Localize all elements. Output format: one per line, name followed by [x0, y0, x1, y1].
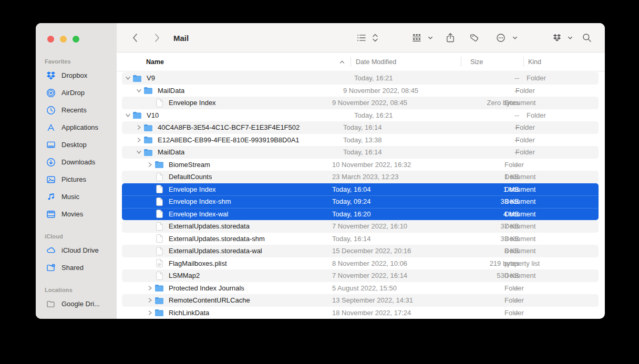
file-row[interactable]: Envelope Index-shmToday, 09:2433 KBDocum…	[122, 195, 599, 208]
disclosure-closed-icon[interactable]	[146, 285, 154, 291]
file-row[interactable]: Envelope Index9 November 2022, 08:45Zero…	[122, 97, 599, 109]
dropbox-icon	[553, 34, 561, 41]
sidebar-item-applications[interactable]: Applications	[36, 119, 117, 136]
sidebar-item-airdrop[interactable]: AirDrop	[36, 84, 117, 101]
file-row[interactable]: BiomeStream10 November 2022, 16:32--Fold…	[122, 159, 599, 171]
share-button[interactable]	[446, 33, 455, 43]
disclosure-open-icon[interactable]	[123, 76, 132, 80]
column-header-kind[interactable]: Kind	[528, 58, 541, 66]
file-date-modified: 5 August 2022, 15:50	[332, 284, 397, 292]
more-options-chevron[interactable]	[512, 35, 518, 40]
file-kind: Folder	[504, 296, 524, 304]
sidebar-item-shared[interactable]: Shared	[36, 259, 117, 276]
file-row[interactable]: MailDataToday, 16:14--Folder	[122, 146, 599, 159]
file-row[interactable]: MailData9 November 2022, 08:45--Folder	[122, 85, 599, 97]
file-size: --	[514, 111, 519, 119]
dropbox-toolbar-button[interactable]	[553, 34, 561, 41]
folder-icon	[143, 123, 153, 131]
file-date-modified: 9 November 2022, 08:45	[343, 87, 418, 95]
file-row[interactable]: Protected Index Journals5 August 2022, 1…	[122, 282, 599, 295]
document-icon	[154, 235, 164, 243]
sidebar-item-recents[interactable]: Recents	[36, 101, 117, 119]
sidebar-item-desktop[interactable]: Desktop	[36, 136, 117, 153]
zoom-button[interactable]	[73, 36, 79, 43]
sidebar-item-icloud-drive[interactable]: iCloud Drive	[36, 242, 117, 259]
disclosure-open-icon[interactable]	[135, 88, 143, 93]
group-by-button[interactable]	[413, 33, 421, 42]
document-icon	[154, 272, 164, 279]
window-controls	[47, 36, 117, 43]
file-row[interactable]: Envelope Index-walToday, 16:204 MBDocume…	[122, 208, 599, 221]
file-kind: Folder	[504, 284, 524, 292]
list-view-icon	[357, 34, 366, 41]
file-row[interactable]: 40C4A8FB-3E54-4C1C-BCF7-E1E3F4E1F502Toda…	[122, 121, 599, 134]
recents-icon	[46, 105, 56, 116]
group-by-chevron[interactable]	[428, 35, 434, 40]
sidebar-item-label: Pictures	[61, 175, 86, 183]
sidebar-item-music[interactable]: Music	[36, 188, 117, 205]
sidebar-item-dropbox[interactable]: Dropbox	[36, 67, 117, 84]
disclosure-open-icon[interactable]	[123, 113, 132, 118]
disclosure-closed-icon[interactable]	[146, 310, 154, 316]
tag-button[interactable]	[470, 33, 479, 42]
downloads-icon	[46, 157, 56, 168]
file-kind: Folder	[527, 111, 546, 119]
sidebar-section-title: Favorites	[45, 58, 117, 65]
file-date-modified: Today, 16:14	[332, 235, 370, 243]
column-header-date-modified[interactable]: Date Modified	[356, 58, 396, 66]
file-row[interactable]: V9Today, 16:21--Folder	[122, 72, 599, 85]
file-row[interactable]: E12A8EBC-EB99-4FEE-810E-993919B8D0A1Toda…	[122, 134, 599, 147]
file-row[interactable]: ExternalUpdates.storedata-shmToday, 16:1…	[122, 233, 599, 245]
up-down-chevrons-icon	[372, 33, 379, 42]
close-button[interactable]	[47, 36, 54, 43]
search-button[interactable]	[582, 33, 592, 43]
sidebar-item-movies[interactable]: Movies	[36, 205, 117, 223]
sidebar-item-label: AirDrop	[61, 89, 85, 97]
chevron-down-icon	[428, 35, 434, 40]
file-date-modified: 10 November 2022, 16:32	[332, 161, 411, 169]
file-name: BiomeStream	[169, 161, 210, 169]
forward-button[interactable]	[154, 33, 160, 43]
sidebar-item-downloads[interactable]: Downloads	[36, 153, 117, 171]
column-header-name[interactable]: Name	[146, 58, 164, 66]
disclosure-closed-icon[interactable]	[135, 124, 143, 130]
disclosure-closed-icon[interactable]	[135, 137, 143, 143]
document-icon	[154, 173, 164, 181]
desktop-icon	[46, 140, 56, 150]
sort-direction-button[interactable]	[372, 33, 379, 42]
dropbox-chevron[interactable]	[568, 35, 573, 40]
file-row[interactable]: ExternalUpdates.storedata7 November 2022…	[122, 220, 599, 233]
disclosure-closed-icon[interactable]	[146, 297, 154, 303]
sidebar-item-label: Dropbox	[61, 71, 87, 79]
search-icon	[582, 33, 592, 43]
file-name: Envelope Index-wal	[169, 210, 228, 218]
view-mode-button[interactable]	[357, 34, 366, 41]
back-button[interactable]	[132, 33, 138, 43]
folder-icon	[154, 161, 164, 169]
file-name: Envelope Index	[169, 185, 216, 193]
file-row[interactable]: RichLinkData18 November 2022, 17:24--Fol…	[122, 307, 599, 319]
dropbox-icon	[46, 70, 56, 81]
folder-icon	[132, 74, 142, 82]
file-name: MailData	[158, 148, 184, 156]
folder-icon	[143, 148, 153, 156]
file-row[interactable]: V10Today, 16:21--Folder	[122, 109, 599, 122]
more-options-button[interactable]	[496, 33, 506, 43]
file-row[interactable]: Envelope IndexToday, 16:041 MBDocument	[122, 183, 599, 196]
file-date-modified: Today, 16:14	[343, 123, 382, 131]
file-row[interactable]: DefaultCounts23 March 2023, 12:231 KBDoc…	[122, 171, 599, 183]
icloud-icon	[46, 245, 56, 256]
column-divider	[523, 57, 524, 67]
file-row[interactable]: ExternalUpdates.storedata-wal15 December…	[122, 245, 599, 257]
sidebar-item-google-dri[interactable]: Google Dri...	[36, 295, 117, 313]
file-row[interactable]: FlagMailboxes.plist8 November 2022, 10:0…	[122, 257, 599, 270]
sidebar-item-label: Applications	[61, 123, 98, 131]
column-header-size[interactable]: Size	[470, 58, 483, 66]
minimize-button[interactable]	[60, 36, 67, 43]
disclosure-open-icon[interactable]	[135, 150, 143, 154]
file-row[interactable]: RemoteContentURLCache13 September 2022, …	[122, 294, 599, 307]
sidebar-item-pictures[interactable]: Pictures	[36, 171, 117, 188]
disclosure-closed-icon[interactable]	[146, 162, 154, 168]
file-row[interactable]: LSMMap27 November 2022, 16:14530 KBDocum…	[122, 269, 599, 282]
folder-icon	[132, 111, 142, 119]
